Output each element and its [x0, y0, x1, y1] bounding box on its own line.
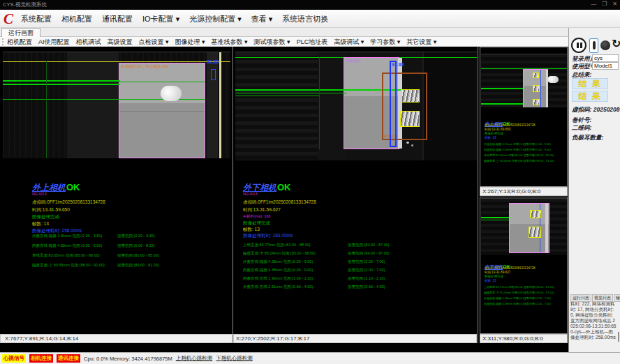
camera1-frames: 帧数: 13	[32, 221, 49, 227]
alarm-range: 报警范围:(81.00 - 85.00)	[117, 253, 201, 258]
camera3-done: 图像处理完成	[485, 132, 565, 135]
minimize-button[interactable]: —	[591, 1, 596, 7]
toolbar-test-params[interactable]: 测试项参数 ▾	[254, 38, 290, 47]
cell-region-overlay: 灰度阈值:93，动态阈值:100	[119, 63, 205, 158]
bright-edge	[545, 204, 548, 252]
virtual-code-value: 20250208	[593, 106, 620, 113]
camera2-barcode: 虚拟码:0FF1im20250208133134728	[243, 199, 316, 206]
menu-view[interactable]: 查看 ▾	[251, 14, 273, 24]
measurement-value: 隔膜宽度-上:90.56mm 范围:(88.00 - 92.00)	[484, 159, 524, 162]
green-guide-line	[3, 80, 120, 82]
toolbar-spotcheck-settings[interactable]: 点检设置 ▾	[139, 38, 169, 47]
camera4-image[interactable]	[481, 198, 567, 255]
green-guide-line	[235, 93, 347, 93]
measurement-value: 内侧直线-隔膜:4.38mm 范围:(0.00 - 9.00)	[484, 302, 524, 305]
measurement-row: 隔膜宽度-下:95.24mm 范围:(93.00 - 98.00)报警范围:(9…	[484, 291, 564, 294]
app-window: CYS-视觉检测系统 — ❐ ✕ C 系统配置 相机配置 通讯配置 IO卡配置 …	[0, 0, 620, 364]
qr-code-label: 二维码:	[572, 124, 591, 132]
camera1-title: 外上相机	[32, 183, 66, 192]
green-guide-line	[119, 82, 205, 82]
menu-language-switch[interactable]: 系统语言切换	[282, 14, 328, 24]
toolbar-baseline-params[interactable]: 基准线参数 ▾	[212, 38, 248, 47]
camera1-ng-line: NG:0/13	[32, 192, 46, 196]
close-button[interactable]: ✕	[612, 1, 617, 7]
camera3-panel: 内上相机OK 虚拟码:0FF1im20250208133134728 时间:13…	[480, 47, 568, 187]
measurement-row: 卷纸宽度:83.05mm 范围:(80.00 - 86.00)报警范围:(81.…	[32, 253, 201, 258]
measurement-row: 隔膜宽度-下:95.24mm 范围:(93.00 - 98.00)报警范围:(9…	[243, 251, 431, 256]
menu-light-config[interactable]: 光源控制配置 ▾	[189, 14, 242, 24]
tab-box	[529, 227, 541, 238]
lower-camera-heartbeat-link[interactable]: 下相机心跳检测	[216, 355, 253, 362]
measurement-row: 内侧直线-隔膜:4.38mm 范围:(0.00 - 9.00)报警范围:(2.0…	[484, 302, 564, 305]
toolbar-advanced-settings[interactable]: 高级设置	[108, 38, 133, 47]
camera2-ai-time: AI耗时(ms): 166	[243, 214, 270, 219]
camera-connection-badge: 相机连接	[29, 354, 53, 363]
toolbar-camera-debug[interactable]: 相机调试	[76, 38, 101, 47]
camera3-image[interactable]	[481, 54, 567, 107]
log-scrollbar[interactable]	[618, 332, 619, 342]
alarm-range: 报警范围:(2.20 - 3.30)	[524, 142, 564, 146]
tab-box	[400, 111, 420, 127]
maximize-button[interactable]: ❐	[602, 1, 607, 7]
measurement-value: 内侧直线-隔膜:4.60mm 范围:(3.00 - 6.00)	[484, 148, 524, 151]
measurement-row: 隔膜宽度-上:90.56mm 范围:(88.00 - 92.00)报警范围:(8…	[32, 263, 201, 268]
camera4-frames: 帧数: 13	[485, 279, 565, 282]
speckle	[411, 144, 413, 146]
upper-camera-heartbeat-link[interactable]: 上相机心跳检测	[176, 355, 213, 362]
measurement-value: 隔膜宽度-下:95.24mm 范围:(93.00 - 98.00)	[484, 291, 524, 294]
camera2-status: OK	[277, 182, 291, 192]
settings-button[interactable]	[600, 40, 610, 50]
window-title: CYS-视觉检测系统	[3, 1, 47, 8]
measurement-value: 上纸宽度:83.77mm 范围:(82.00 - 88.00)	[484, 285, 524, 289]
machinery-column	[207, 52, 218, 158]
ai-region-label: AI检测框	[346, 59, 361, 63]
toolbar-camera-config[interactable]: 相机配置	[7, 38, 32, 47]
alarm-range: 报警范围:(2.00 - 7.00)	[348, 259, 431, 264]
cell-seam	[119, 111, 205, 112]
measure-marker	[540, 70, 541, 107]
login-user-value[interactable]: cys	[592, 54, 619, 62]
measurement-row: 内侧直线-隔膜:4.60mm 范围:(3.00 - 6.00)报警范围:(0.0…	[32, 243, 201, 248]
alarm-range: 报警范围:(83.00 - 87.00)	[524, 285, 564, 289]
camera-toggle-button[interactable]	[589, 38, 598, 53]
measure-value-label: 92.88	[392, 62, 404, 67]
toolbar-other-settings[interactable]: 其它设置 ▾	[406, 38, 436, 47]
tab-run-screen[interactable]: 运行画面	[1, 28, 40, 37]
measurement-row: 隔膜宽度-上:90.56mm 范围:(88.00 - 92.00)报警范围:(8…	[484, 159, 564, 162]
measurement-row: 内侧直线-隔膜:4.38mm 范围:(0.00 - 9.00)报警范围:(2.0…	[243, 268, 431, 273]
toolbar-grip[interactable]	[2, 38, 3, 45]
green-guide-line	[481, 217, 509, 218]
menu-system-config[interactable]: 系统配置	[21, 14, 52, 24]
sidebar: ↻ 登录用户: cys 使用型号: Model1 总结果: 结 果 结 果 虚拟…	[568, 28, 620, 352]
menu-camera-config[interactable]: 相机配置	[61, 14, 92, 24]
toolbar-plc-table[interactable]: PLC地址表	[297, 38, 328, 47]
model-value[interactable]: Model1	[592, 62, 619, 70]
bright-edge	[546, 70, 548, 107]
refresh-icon[interactable]: ↻	[612, 37, 620, 50]
camera4-coords-strip: X:311;Y:980;R:0;G:0;B:0	[480, 334, 568, 343]
toolbar-advanced-debug[interactable]: 高级调试 ▾	[334, 38, 364, 47]
log-text: 耗时: 222, 网络检测耗时: 17, 网络分类耗时: 0, 网络提取分类耗时…	[570, 301, 617, 344]
roller	[547, 76, 559, 83]
measurement-row: 外侧直线-隔膜:2.91mm 范围:(2.00 - 3.50)报警范围:(2.2…	[32, 234, 201, 238]
measurement-value: 内侧直线-直线:1.90mm 范围:(1.00 - 2.20)	[243, 276, 348, 281]
camera2-image[interactable]: AI检测框 极耳检测 92.88	[235, 52, 477, 160]
alarm-range: 报警范围:(1.10 - 2.10)	[348, 276, 431, 281]
toolbar-image-processing[interactable]: 图像处理 ▾	[175, 38, 205, 47]
tab-box	[533, 99, 540, 105]
main-area: 灰度阈值:93，动态阈值:100 92.88 外上相机OK NG:0/13 虚拟…	[0, 47, 568, 352]
alarm-range: 报警范围:(94.00 - 97.00)	[348, 251, 431, 256]
camera4-barcode: 虚拟码:0FF1im20250208133134728	[485, 266, 565, 270]
machinery-stripes	[235, 52, 318, 160]
pause-button[interactable]	[571, 38, 586, 53]
camera2-time: 时间:13-31-59-627	[243, 207, 281, 213]
toolbar-learning-params[interactable]: 学习参数 ▾	[370, 38, 400, 47]
measurement-row: 内侧直线-直线:1.90mm 范围:(1.00 - 2.20)报警范围:(1.1…	[243, 276, 431, 281]
result-indicator-1: 结 果	[572, 78, 608, 89]
threshold-label: 灰度阈值:93，动态阈值:100	[121, 64, 168, 69]
toolbar-ai-config[interactable]: AI使用配置	[38, 38, 70, 47]
camera1-image[interactable]: 灰度阈值:93，动态阈值:100 92.88	[3, 52, 230, 158]
menu-comm-config[interactable]: 通讯配置	[102, 14, 133, 24]
panel-divider	[232, 47, 233, 343]
menu-io-config[interactable]: IO卡配置 ▾	[142, 14, 179, 24]
